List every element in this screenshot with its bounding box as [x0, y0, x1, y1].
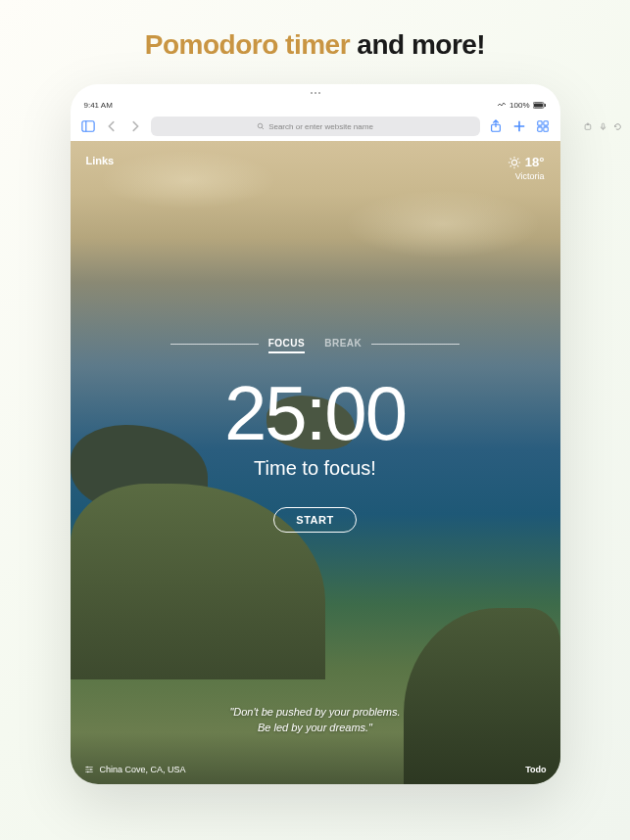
location-text: China Cove, CA, USA: [100, 765, 186, 774]
svg-line-22: [509, 158, 510, 159]
svg-point-17: [511, 160, 516, 164]
photo-location[interactable]: China Cove, CA, USA: [84, 765, 186, 774]
timer-slogan: Time to focus!: [254, 457, 376, 480]
battery-indicator: 100%: [497, 101, 546, 110]
page-content: Links 18° Victoria FOCUS BREAK 25:00 Tim…: [71, 141, 560, 784]
share-icon[interactable]: [488, 118, 504, 134]
svg-point-5: [258, 123, 263, 128]
battery-percent: 100%: [509, 101, 529, 110]
svg-rect-1: [534, 103, 543, 107]
svg-line-6: [262, 127, 264, 129]
forward-icon[interactable]: [127, 118, 143, 134]
multitasking-dots: [71, 84, 560, 98]
start-button[interactable]: START: [273, 507, 356, 533]
quote-line-2: Be led by your dreams.": [71, 721, 560, 735]
tabs-grid-icon[interactable]: [535, 118, 551, 134]
status-bar: 9:41 AM 100%: [71, 98, 560, 112]
new-tab-icon[interactable]: [511, 118, 527, 134]
search-icon: [257, 122, 265, 130]
browser-toolbar: Search or enter website name: [71, 112, 560, 141]
svg-rect-13: [537, 121, 541, 125]
svg-rect-14: [543, 121, 547, 125]
svg-rect-2: [544, 104, 546, 107]
svg-rect-15: [537, 127, 541, 131]
daily-quote: "Don't be pushed by your problems. Be le…: [71, 705, 560, 735]
quote-line-1: "Don't be pushed by your problems.: [71, 705, 560, 720]
address-placeholder: Search or enter website name: [268, 122, 373, 131]
tab-break[interactable]: BREAK: [324, 338, 362, 353]
svg-point-30: [90, 769, 92, 770]
timer-display: 25:00: [224, 375, 406, 451]
svg-rect-16: [543, 127, 547, 131]
address-bar[interactable]: Search or enter website name: [151, 117, 480, 136]
back-icon[interactable]: [104, 118, 120, 134]
settings-sliders-icon: [84, 765, 94, 774]
headline-rest: and more!: [350, 29, 485, 60]
svg-point-29: [86, 767, 88, 769]
svg-line-25: [517, 158, 518, 159]
sidebar-icon[interactable]: [80, 118, 96, 134]
device-frame: 9:41 AM 100% Search or enter website nam…: [71, 84, 560, 784]
svg-rect-3: [81, 121, 93, 132]
todo-button[interactable]: Todo: [525, 765, 546, 774]
status-time: 9:41 AM: [84, 101, 113, 110]
timer-tabs: FOCUS BREAK: [268, 338, 363, 359]
tab-focus[interactable]: FOCUS: [268, 338, 306, 353]
headline-accent: Pomodoro timer: [145, 29, 350, 60]
promo-headline: Pomodoro timer and more!: [145, 29, 485, 61]
svg-point-31: [86, 771, 88, 773]
